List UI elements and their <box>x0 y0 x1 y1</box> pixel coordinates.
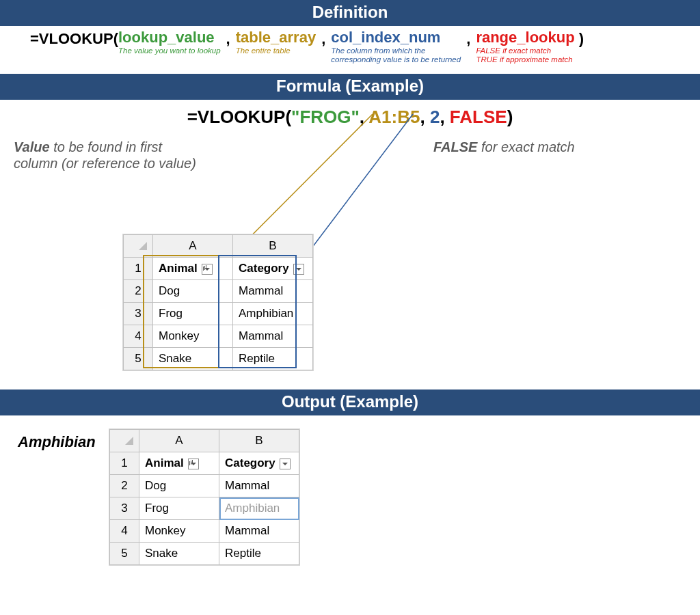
comma: , <box>461 30 476 48</box>
definition-row: =VLOOKUP( lookup_value The value you wan… <box>0 26 700 74</box>
annotation-wrap: Value to be found in firstcolumn (or ref… <box>0 132 700 180</box>
cell-a1-text: Animal <box>145 456 184 469</box>
comma: , <box>316 30 331 48</box>
annotation-value-to-be-found: Value to be found in firstcolumn (or ref… <box>14 139 232 172</box>
cell-b3[interactable]: Amphibian <box>233 303 313 325</box>
col-header-b[interactable]: B <box>233 235 313 258</box>
row-header-2[interactable]: 2 <box>110 475 139 497</box>
desc-col-index-num: The column from which the corresponding … <box>331 46 461 64</box>
cell-a1[interactable]: Animal <box>139 452 219 475</box>
row-header-3[interactable]: 3 <box>124 303 153 325</box>
arg-col-index-num: col_index_num <box>331 30 440 45</box>
cell-a4[interactable]: Monkey <box>153 325 233 348</box>
ex-range-lookup: FALSE <box>450 107 507 127</box>
desc-range-lookup: FALSE if exact match TRUE if approximate… <box>476 46 572 64</box>
col-header-a[interactable]: A <box>139 430 219 452</box>
output-table-section: Amphibian A B 1 Animal Category 2 Dog Ma… <box>0 415 700 584</box>
cell-a4[interactable]: Monkey <box>139 520 219 543</box>
select-all-corner[interactable] <box>110 430 139 452</box>
filter-icon[interactable] <box>293 264 304 275</box>
row-header-5[interactable]: 5 <box>110 543 139 565</box>
cell-a3[interactable]: Frog <box>139 497 219 520</box>
formula-example: =VLOOKUP("FROG", A1:B5, 2, FALSE) <box>0 100 700 132</box>
cell-a5[interactable]: Snake <box>139 543 219 565</box>
fn-close: ) <box>575 30 584 48</box>
row-header-1[interactable]: 1 <box>124 258 153 280</box>
cell-b3-selected[interactable]: Amphibian <box>219 497 299 520</box>
cell-b1-text: Category <box>239 262 289 275</box>
fn-open: =VLOOKUP( <box>187 107 291 127</box>
row-header-5[interactable]: 5 <box>124 348 153 370</box>
desc-table-array: The entire table <box>236 46 291 55</box>
fn-close: ) <box>507 107 513 127</box>
cell-b2[interactable]: Mammal <box>219 475 299 497</box>
cell-b5[interactable]: Reptile <box>233 348 313 370</box>
section-header-formula: Formula (Example) <box>0 74 700 100</box>
ex-table-array: A1:B5 <box>368 107 420 127</box>
cell-b1-text: Category <box>225 456 275 469</box>
arg-lookup-value: lookup_value <box>118 30 215 45</box>
comma: , <box>360 107 368 127</box>
cell-b1[interactable]: Category <box>219 452 299 475</box>
row-header-2[interactable]: 2 <box>124 280 153 303</box>
filter-sort-icon[interactable] <box>202 264 213 275</box>
cell-a5[interactable]: Snake <box>153 348 233 370</box>
section-header-definition: Definition <box>0 0 700 26</box>
row-header-1[interactable]: 1 <box>110 452 139 475</box>
cell-a2[interactable]: Dog <box>139 475 219 497</box>
select-all-corner[interactable] <box>124 235 153 258</box>
row-header-4[interactable]: 4 <box>110 520 139 543</box>
arg-table-array: table_array <box>236 30 316 45</box>
cell-b4[interactable]: Mammal <box>219 520 299 543</box>
fn-open: =VLOOKUP( <box>30 30 118 48</box>
filter-icon[interactable] <box>280 459 291 469</box>
excel-table-example: A B 1 Animal Category 2 Dog Mammal 3 Fro… <box>123 234 313 370</box>
cell-a3[interactable]: Frog <box>153 303 233 325</box>
ex-lookup-value: "FROG" <box>291 107 360 127</box>
cell-b4[interactable]: Mammal <box>233 325 313 348</box>
col-header-a[interactable]: A <box>153 235 233 258</box>
cell-b1[interactable]: Category <box>233 258 313 280</box>
cell-a1[interactable]: Animal <box>153 258 233 280</box>
ex-col-index: 2 <box>430 107 440 127</box>
cell-a2[interactable]: Dog <box>153 280 233 303</box>
cell-b2[interactable]: Mammal <box>233 280 313 303</box>
desc-lookup-value: The value you want to lookup <box>118 46 221 55</box>
row-header-3[interactable]: 3 <box>110 497 139 520</box>
row-header-4[interactable]: 4 <box>124 325 153 348</box>
annotation-false-exact: FALSE for exact match <box>433 139 638 155</box>
filter-sort-icon[interactable] <box>188 459 199 469</box>
cell-b5[interactable]: Reptile <box>219 543 299 565</box>
example-table-section: A B 1 Animal Category 2 Dog Mammal 3 Fro… <box>0 180 700 390</box>
comma: , <box>440 107 449 127</box>
section-header-output: Output (Example) <box>0 390 700 415</box>
col-header-b[interactable]: B <box>219 430 299 452</box>
comma: , <box>221 30 236 48</box>
excel-table-output: A B 1 Animal Category 2 Dog Mammal 3 Fro… <box>109 429 299 565</box>
comma: , <box>420 107 429 127</box>
arg-range-lookup: range_lookup <box>476 30 574 45</box>
cell-a1-text: Animal <box>159 262 198 275</box>
output-result-label: Amphibian <box>18 433 96 451</box>
